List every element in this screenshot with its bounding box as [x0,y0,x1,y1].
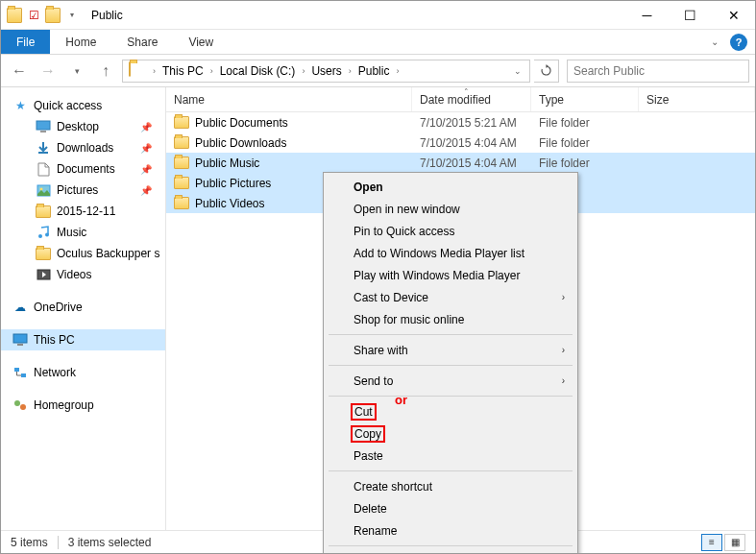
menu-item[interactable]: Create shortcut [327,475,574,497]
view-thumbnails-button[interactable]: ▦ [724,534,745,551]
file-date: 7/10/2015 5:21 AM [412,116,531,130]
folder-icon [174,157,189,169]
folder-icon [36,204,51,219]
sidebar-item-label: Quick access [34,99,102,112]
forward-button[interactable]: → [36,59,61,84]
breadcrumb[interactable]: Users [307,60,345,82]
close-button[interactable]: ✕ [712,1,755,30]
sidebar-item-label: Oculus Backupper s [57,247,159,260]
chevron-right-icon[interactable]: › [393,66,402,76]
chevron-right-icon[interactable]: › [299,66,307,76]
tab-view[interactable]: View [173,30,229,54]
menu-item[interactable]: Delete [327,497,574,519]
chevron-right-icon: › [562,375,565,386]
minimize-button[interactable]: ─ [625,1,669,30]
network-icon [12,365,28,380]
svg-rect-0 [37,121,50,130]
sidebar-item[interactable]: Desktop📌 [1,116,165,137]
table-row[interactable]: Public Music7/10/2015 4:04 AMFile folder [166,153,755,173]
chevron-right-icon: › [562,292,565,302]
menu-item[interactable]: Cast to Device› [327,286,574,308]
breadcrumb[interactable]: Local Disk (C:) [216,60,300,82]
chevron-right-icon[interactable]: › [346,66,354,76]
titlebar: ☑ ▾ Public ─ ☐ ✕ [1,1,755,30]
svg-point-12 [20,404,26,410]
menu-item-label: Paste [354,449,383,463]
file-name: Public Pictures [195,177,271,190]
menu-item[interactable]: Send to› [327,370,574,392]
menu-item[interactable]: Open [327,176,574,198]
table-row[interactable]: Public Documents7/10/2015 5:21 AMFile fo… [166,112,755,132]
menu-item[interactable]: Cut [327,400,574,422]
back-button[interactable]: ← [7,59,32,84]
sidebar-this-pc[interactable]: This PC [1,329,165,350]
menu-item[interactable]: Add to Windows Media Player list [327,242,574,264]
address-dropdown-icon[interactable]: ⌄ [508,66,527,76]
column-name[interactable]: Name [166,87,412,111]
sidebar-network[interactable]: Network [1,362,165,383]
annotation-or: or [395,393,407,407]
breadcrumb[interactable]: Public [354,60,394,82]
file-name: Public Downloads [195,136,286,150]
breadcrumb[interactable]: This PC [159,60,207,82]
menu-item[interactable]: Rename [327,519,574,542]
menu-item-label: Cut [354,403,377,421]
up-button[interactable]: ↑ [93,59,118,84]
sidebar-item[interactable]: 2015-12-11 [1,201,165,222]
column-date[interactable]: Date modified [412,87,531,111]
chevron-right-icon[interactable]: › [207,66,216,76]
sidebar-item[interactable]: Pictures📌 [1,180,165,201]
menu-separator [329,396,573,397]
column-size[interactable]: Size [639,87,755,111]
tab-share[interactable]: Share [111,30,173,54]
checkbox-icon[interactable]: ☑ [26,8,41,23]
view-details-button[interactable]: ≡ [701,534,722,551]
svg-point-4 [38,234,42,238]
file-tab[interactable]: File [1,30,50,54]
menu-item[interactable]: Properties [327,550,574,554]
sidebar-homegroup[interactable]: Homegroup [1,395,165,416]
sidebar-item[interactable]: Documents📌 [1,158,165,180]
recent-dropdown[interactable]: ▾ [64,59,89,84]
sidebar-item[interactable]: Videos [1,264,165,285]
folder-icon [45,8,61,23]
sidebar: ★ Quick access Desktop📌Downloads📌Documen… [1,87,166,530]
sidebar-item[interactable]: Music [1,222,165,243]
search-input[interactable]: Search Public [567,60,749,83]
ribbon-expand-icon[interactable]: ⌄ [703,30,726,54]
folder-icon [36,246,51,261]
qat-dropdown-icon[interactable]: ▾ [64,8,80,23]
sidebar-item-label: Desktop [57,120,99,133]
ribbon-tabs: File Home Share View ⌄ ? [1,30,755,55]
sidebar-item[interactable]: Oculus Backupper s [1,243,165,264]
status-count: 5 items [11,536,48,549]
file-name: Public Music [195,157,259,170]
address-bar[interactable]: › This PC › Local Disk (C:) › Users › Pu… [122,60,530,83]
help-button[interactable]: ? [730,34,747,51]
sidebar-onedrive[interactable]: ☁ OneDrive [1,297,165,318]
tab-home[interactable]: Home [50,30,111,54]
maximize-button[interactable]: ☐ [669,1,712,30]
refresh-button[interactable] [534,60,559,83]
pin-icon: 📌 [140,185,161,196]
menu-item[interactable]: Share with› [327,339,574,361]
menu-item[interactable]: Pin to Quick access [327,220,574,242]
menu-item-label: Create shortcut [354,480,432,494]
svg-rect-10 [21,373,26,377]
cloud-icon: ☁ [12,300,28,315]
menu-separator [329,334,573,335]
svg-rect-8 [17,344,23,346]
sidebar-item[interactable]: Downloads📌 [1,137,165,158]
folder-icon [174,197,189,209]
file-type: File folder [531,157,639,170]
column-type[interactable]: Type [531,87,639,111]
menu-item[interactable]: Play with Windows Media Player [327,264,574,286]
menu-item[interactable]: Open in new window [327,198,574,220]
chevron-right-icon[interactable]: › [150,66,159,76]
videos-icon [36,267,51,282]
menu-item[interactable]: Shop for music online [327,308,574,330]
menu-item[interactable]: Paste [327,445,574,467]
sidebar-quick-access[interactable]: ★ Quick access [1,95,165,116]
table-row[interactable]: Public Downloads7/10/2015 4:04 AMFile fo… [166,132,755,153]
menu-item[interactable]: Copy [327,422,574,445]
